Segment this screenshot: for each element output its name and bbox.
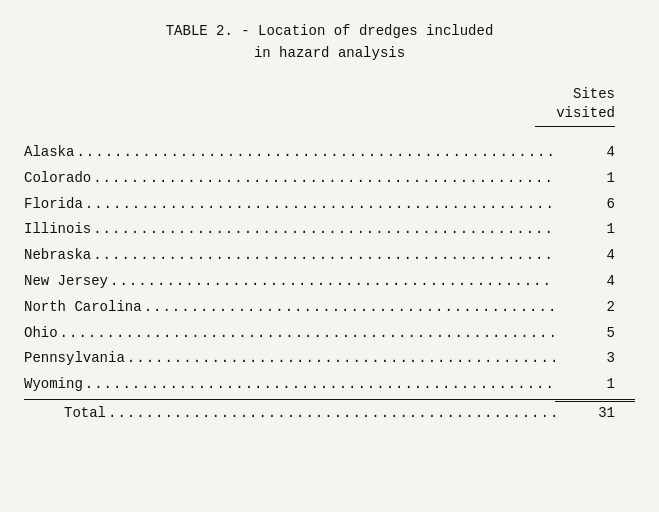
total-row: Total...................................… bbox=[24, 399, 635, 426]
row-dots: ........................................… bbox=[91, 244, 555, 268]
row-dots: ........................................… bbox=[108, 270, 555, 294]
row-label: New Jersey bbox=[24, 270, 108, 294]
row-label: Alaska bbox=[24, 141, 74, 165]
row-label: Florida bbox=[24, 193, 83, 217]
row-label: Wyoming bbox=[24, 373, 83, 397]
data-table: Sites visited Alaska....................… bbox=[24, 85, 635, 426]
table-row: New Jersey..............................… bbox=[24, 270, 635, 294]
row-value: 5 bbox=[555, 322, 635, 346]
row-value: 4 bbox=[555, 270, 635, 294]
row-label: Pennsylvania bbox=[24, 347, 125, 371]
row-dots: ........................................… bbox=[91, 218, 555, 242]
row-value: 1 bbox=[555, 167, 635, 191]
row-value: 1 bbox=[555, 218, 635, 242]
table-row: Pennsylvania............................… bbox=[24, 347, 635, 371]
table-row: North Carolina..........................… bbox=[24, 296, 635, 320]
total-value: 31 bbox=[555, 401, 635, 426]
table-row: Illinois................................… bbox=[24, 218, 635, 242]
row-dots: ........................................… bbox=[83, 373, 555, 397]
row-dots: ........................................… bbox=[74, 141, 555, 165]
table-row: Wyoming.................................… bbox=[24, 373, 635, 397]
row-label: Nebraska bbox=[24, 244, 91, 268]
table-row: Ohio....................................… bbox=[24, 322, 635, 346]
row-label: Illinois bbox=[24, 218, 91, 242]
row-value: 2 bbox=[555, 296, 635, 320]
title-line2: in hazard analysis bbox=[24, 42, 635, 64]
table-row: Colorado................................… bbox=[24, 167, 635, 191]
table-row: Nebraska................................… bbox=[24, 244, 635, 268]
table-body: Alaska..................................… bbox=[24, 141, 635, 426]
row-dots: ........................................… bbox=[125, 347, 555, 371]
column-headers: Sites visited bbox=[24, 85, 635, 127]
row-value: 6 bbox=[555, 193, 635, 217]
row-label: Colorado bbox=[24, 167, 91, 191]
total-dots: ........................................… bbox=[106, 402, 555, 426]
total-label: Total bbox=[24, 402, 106, 426]
table-title: TABLE 2. - Location of dredges included … bbox=[24, 20, 635, 65]
row-dots: ........................................… bbox=[142, 296, 555, 320]
title-line1: TABLE 2. - Location of dredges included bbox=[24, 20, 635, 42]
sites-visited-header: Sites visited bbox=[535, 85, 615, 127]
table-row: Florida.................................… bbox=[24, 193, 635, 217]
table-row: Alaska..................................… bbox=[24, 141, 635, 165]
row-dots: ........................................… bbox=[91, 167, 555, 191]
row-label: Ohio bbox=[24, 322, 58, 346]
row-dots: ........................................… bbox=[58, 322, 555, 346]
row-value: 3 bbox=[555, 347, 635, 371]
row-dots: ........................................… bbox=[83, 193, 555, 217]
row-value: 1 bbox=[555, 373, 635, 397]
row-value: 4 bbox=[555, 244, 635, 268]
row-label: North Carolina bbox=[24, 296, 142, 320]
row-value: 4 bbox=[555, 141, 635, 165]
